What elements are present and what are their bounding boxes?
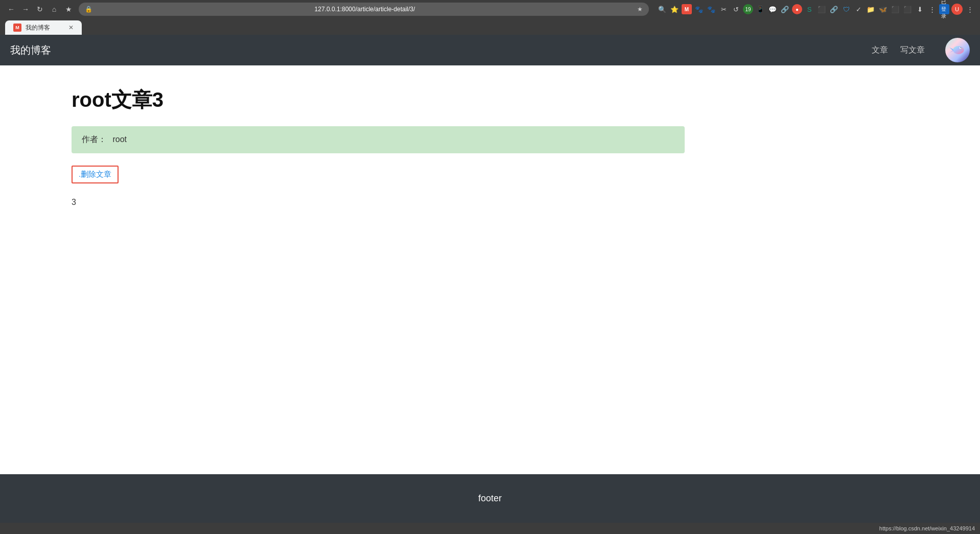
download-icon[interactable]: ⬇	[915, 4, 925, 14]
check-icon[interactable]: ✓	[853, 4, 864, 14]
svg-point-4	[960, 48, 961, 48]
extension8-icon[interactable]: ●	[792, 4, 802, 14]
active-tab[interactable]: M 我的博客 ✕	[5, 20, 82, 35]
user-icon[interactable]: U	[951, 4, 963, 15]
nav-link-articles[interactable]: 文章	[872, 45, 888, 56]
bookmark-button[interactable]: ★	[62, 3, 75, 15]
browser-nav-buttons: ← → ↻ ⌂ ★	[5, 3, 75, 15]
bird-icon	[948, 41, 967, 59]
url-text: 127.0.0.1:8000/article/article-detail/3/	[96, 6, 634, 13]
back-button[interactable]: ←	[5, 3, 17, 15]
navbar-links: 文章 写文章	[872, 38, 970, 62]
extension7-icon[interactable]: 🔗	[780, 4, 790, 14]
article-title: root文章3	[72, 86, 970, 114]
browser-chrome: ← → ↻ ⌂ ★ 🔒 127.0.0.1:8000/article/artic…	[0, 0, 980, 18]
signed-in-badge[interactable]: 已登录	[939, 4, 949, 14]
extension5-icon[interactable]: 📱	[755, 4, 765, 14]
settings-icon[interactable]: ⋮	[927, 4, 937, 14]
extension1-icon[interactable]: M	[682, 4, 692, 14]
extension6-icon[interactable]: 💬	[767, 4, 778, 14]
tab-close-icon[interactable]: ✕	[68, 24, 74, 31]
status-url: https://blog.csdn.net/weixin_43249914	[879, 525, 975, 531]
tab-bar: M 我的博客 ✕	[0, 18, 980, 35]
address-bar[interactable]: 🔒 127.0.0.1:8000/article/article-detail/…	[79, 3, 649, 16]
footer-text: footer	[478, 493, 502, 504]
home-button[interactable]: ⌂	[48, 3, 60, 15]
navbar-brand[interactable]: 我的博客	[10, 43, 51, 57]
forward-button[interactable]: →	[19, 3, 32, 15]
bookmark-star-icon[interactable]: ⭐	[669, 4, 680, 14]
extension11-icon[interactable]: 🔗	[829, 4, 839, 14]
tab-favicon: M	[13, 24, 21, 32]
nav-link-write[interactable]: 写文章	[900, 45, 925, 56]
svg-marker-1	[949, 48, 953, 51]
author-label: 作者：	[82, 135, 106, 144]
delete-article-button[interactable]: .删除文章	[72, 166, 119, 183]
extension15-icon[interactable]: ⬛	[902, 4, 913, 14]
extension13-icon[interactable]: 🦋	[878, 4, 888, 14]
scissors-icon[interactable]: ✂	[718, 4, 729, 14]
navbar-avatar[interactable]	[945, 38, 970, 62]
tab-label: 我的博客	[26, 24, 64, 32]
article-body: 3	[72, 198, 970, 207]
refresh-button[interactable]: ↻	[34, 3, 46, 15]
extension4-icon[interactable]: 19	[743, 4, 753, 14]
history-icon[interactable]: ↺	[731, 4, 741, 14]
folder-icon[interactable]: 📁	[866, 4, 876, 14]
extension12-icon[interactable]: 🛡	[841, 4, 851, 14]
menu-icon[interactable]: ⋮	[965, 4, 975, 14]
extension14-icon[interactable]: ⬛	[890, 4, 900, 14]
extension10-icon[interactable]: ⬛	[816, 4, 827, 14]
browser-toolbar-icons: 🔍 ⭐ M 🐾 🐾 ✂ ↺ 19 📱 💬 🔗 ● S ⬛ 🔗 🛡 ✓ 📁 🦋 ⬛…	[657, 4, 975, 15]
extension2-icon[interactable]: 🐾	[694, 4, 704, 14]
extension9-icon[interactable]: S	[804, 4, 814, 14]
status-bar: https://blog.csdn.net/weixin_43249914	[0, 523, 980, 534]
svg-marker-2	[949, 50, 953, 53]
author-bar: 作者： root	[72, 126, 685, 153]
extension3-icon[interactable]: 🐾	[706, 4, 716, 14]
search-icon[interactable]: 🔍	[657, 4, 667, 14]
svg-point-0	[953, 46, 964, 54]
footer: footer	[0, 474, 980, 523]
author-name: root	[112, 135, 127, 144]
navbar: 我的博客 文章 写文章	[0, 35, 980, 65]
page-content: root文章3 作者： root .删除文章 3	[0, 65, 980, 474]
